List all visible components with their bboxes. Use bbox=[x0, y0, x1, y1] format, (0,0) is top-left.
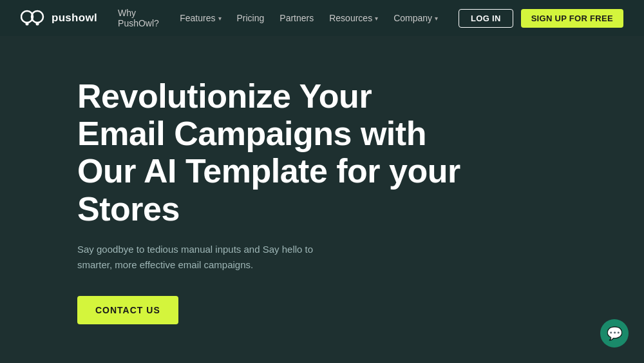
nav-resources[interactable]: Resources ▾ bbox=[329, 13, 378, 23]
nav-actions: LOG IN SIGN UP FOR FREE bbox=[459, 9, 623, 28]
chat-bubble-button[interactable]: 💬 bbox=[600, 319, 629, 348]
nav-pricing[interactable]: Pricing bbox=[237, 13, 265, 23]
contact-us-button[interactable]: CONTACT US bbox=[77, 296, 178, 324]
features-arrow-icon: ▾ bbox=[218, 15, 222, 22]
svg-point-2 bbox=[26, 23, 29, 26]
chat-icon: 💬 bbox=[607, 326, 623, 341]
nav-why-pushowl[interactable]: Why PushOwl? bbox=[118, 8, 164, 28]
hero-subtitle: Say goodbye to tedious manual inputs and… bbox=[77, 242, 348, 273]
login-button[interactable]: LOG IN bbox=[459, 9, 513, 28]
navbar: pushowl Why PushOwl? Features ▾ Pricing … bbox=[0, 0, 644, 36]
nav-links: Why PushOwl? Features ▾ Pricing Partners… bbox=[118, 8, 438, 28]
nav-company[interactable]: Company ▾ bbox=[393, 13, 438, 23]
hero-section: Revolutionize Your Email Campaigns with … bbox=[0, 36, 644, 363]
svg-point-3 bbox=[36, 23, 39, 26]
resources-arrow-icon: ▾ bbox=[375, 15, 378, 22]
nav-partners[interactable]: Partners bbox=[279, 13, 314, 23]
nav-features[interactable]: Features ▾ bbox=[180, 13, 221, 23]
logo[interactable]: pushowl bbox=[21, 10, 97, 26]
hero-title: Revolutionize Your Email Campaigns with … bbox=[77, 77, 464, 228]
logo-icon bbox=[21, 10, 46, 26]
signup-button[interactable]: SIGN UP FOR FREE bbox=[521, 9, 623, 28]
company-arrow-icon: ▾ bbox=[435, 15, 438, 22]
logo-text: pushowl bbox=[52, 12, 97, 25]
